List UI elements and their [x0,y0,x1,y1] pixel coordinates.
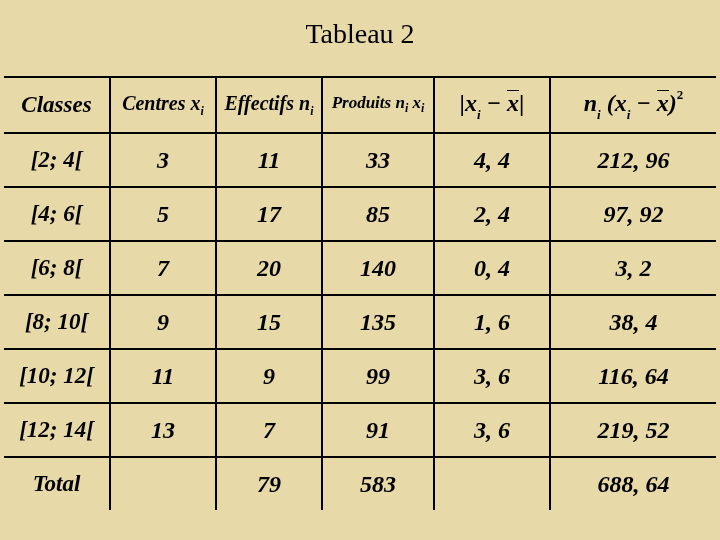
cell-centre: 13 [110,403,216,457]
cell-absdev: 4, 4 [434,133,550,187]
cell-class: [12; 14[ [4,403,110,457]
col-header-produits: Produits ni xi [322,77,434,133]
col-header-centres-label: Centres x [122,92,200,114]
col-header-effectifs: Effectifs ni [216,77,322,133]
cell-nidev2: 3, 2 [550,241,716,295]
cell-class: [2; 4[ [4,133,110,187]
col-header-produits-label: Produits n [332,93,405,112]
col-header-centres-sub: i [201,104,204,118]
table-row: [2; 4[ 3 11 33 4, 4 212, 96 [4,133,716,187]
cell-total-produit: 583 [322,457,434,510]
cell-absdev: 0, 4 [434,241,550,295]
table-row: [4; 6[ 5 17 85 2, 4 97, 92 [4,187,716,241]
col-header-absdev: |xi − x| [434,77,550,133]
col-header-classes: Classes [4,77,110,133]
data-table: Classes Centres xi Effectifs ni Produits… [4,76,716,510]
table-row: [12; 14[ 13 7 91 3, 6 219, 52 [4,403,716,457]
cell-centre: 9 [110,295,216,349]
col-header-effectifs-label: Effectifs n [224,92,310,114]
col-header-centres: Centres xi [110,77,216,133]
cell-nidev2: 212, 96 [550,133,716,187]
cell-centre: 11 [110,349,216,403]
table-row: [6; 8[ 7 20 140 0, 4 3, 2 [4,241,716,295]
col-header-effectifs-sub: i [310,104,313,118]
cell-total-centre [110,457,216,510]
cell-produit: 135 [322,295,434,349]
table-header-row: Classes Centres xi Effectifs ni Produits… [4,77,716,133]
cell-produit: 85 [322,187,434,241]
cell-produit: 33 [322,133,434,187]
table-row: [8; 10[ 9 15 135 1, 6 38, 4 [4,295,716,349]
cell-absdev: 3, 6 [434,349,550,403]
cell-absdev: 1, 6 [434,295,550,349]
cell-nidev2: 116, 64 [550,349,716,403]
cell-total-nidev2: 688, 64 [550,457,716,510]
cell-effectif: 11 [216,133,322,187]
cell-produit: 140 [322,241,434,295]
cell-absdev: 2, 4 [434,187,550,241]
cell-class: [4; 6[ [4,187,110,241]
col-header-nidev2: ni (xi − x)2 [550,77,716,133]
cell-produit: 99 [322,349,434,403]
col-header-produits-sub2: i [421,102,424,116]
table-row: [10; 12[ 11 9 99 3, 6 116, 64 [4,349,716,403]
cell-total-label: Total [4,457,110,510]
absdev-formula: |xi − x| [460,91,525,119]
table-total-row: Total 79 583 688, 64 [4,457,716,510]
cell-total-absdev [434,457,550,510]
cell-class: [8; 10[ [4,295,110,349]
cell-effectif: 7 [216,403,322,457]
cell-produit: 91 [322,403,434,457]
cell-effectif: 20 [216,241,322,295]
cell-absdev: 3, 6 [434,403,550,457]
cell-centre: 5 [110,187,216,241]
cell-nidev2: 219, 52 [550,403,716,457]
cell-nidev2: 38, 4 [550,295,716,349]
cell-effectif: 17 [216,187,322,241]
cell-nidev2: 97, 92 [550,187,716,241]
cell-centre: 3 [110,133,216,187]
cell-effectif: 9 [216,349,322,403]
page-title: Tableau 2 [0,18,720,50]
cell-total-effectif: 79 [216,457,322,510]
cell-class: [6; 8[ [4,241,110,295]
page: Tableau 2 Classes Centres xi Effectifs n… [0,0,720,540]
cell-effectif: 15 [216,295,322,349]
cell-class: [10; 12[ [4,349,110,403]
col-header-produits-mid: x [408,93,421,112]
cell-centre: 7 [110,241,216,295]
nidev2-formula: ni (xi − x)2 [584,91,684,119]
